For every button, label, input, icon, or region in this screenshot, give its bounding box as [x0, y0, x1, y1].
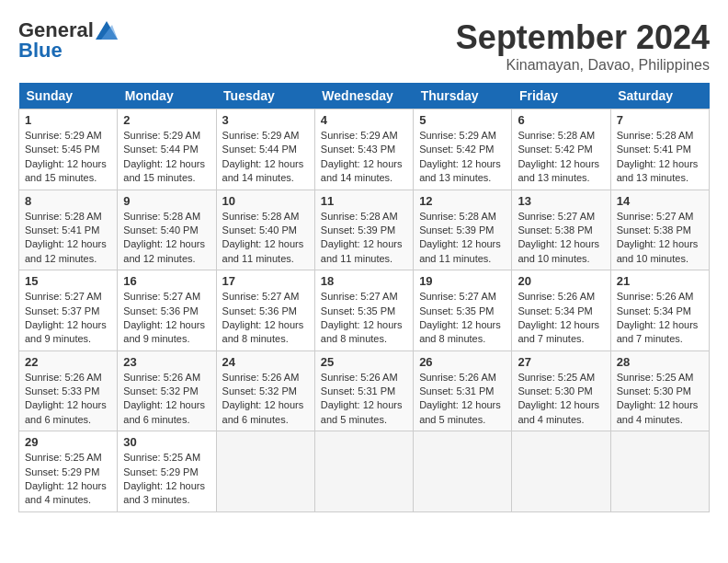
calendar-cell: 29Sunrise: 5:25 AMSunset: 5:29 PMDayligh… [19, 431, 118, 512]
column-header-saturday: Saturday [610, 83, 709, 109]
day-number: 11 [321, 194, 407, 208]
calendar-cell: 3Sunrise: 5:29 AMSunset: 5:44 PMDaylight… [216, 109, 314, 190]
day-number: 25 [321, 355, 407, 369]
logo: General Blue [18, 18, 118, 63]
day-number: 2 [123, 113, 210, 127]
day-number: 29 [25, 435, 111, 449]
day-content: Sunrise: 5:29 AMSunset: 5:43 PMDaylight:… [321, 129, 407, 186]
day-number: 8 [25, 194, 111, 208]
calendar-cell [216, 431, 314, 512]
day-number: 16 [123, 274, 210, 288]
calendar-cell: 25Sunrise: 5:26 AMSunset: 5:31 PMDayligh… [314, 350, 413, 431]
day-content: Sunrise: 5:28 AMSunset: 5:41 PMDaylight:… [617, 129, 703, 186]
calendar-cell: 1Sunrise: 5:29 AMSunset: 5:45 PMDaylight… [19, 109, 118, 190]
logo-blue-text: Blue [18, 39, 63, 63]
calendar-cell: 15Sunrise: 5:27 AMSunset: 5:37 PMDayligh… [19, 270, 118, 351]
day-content: Sunrise: 5:25 AMSunset: 5:29 PMDaylight:… [123, 451, 210, 508]
column-header-monday: Monday [118, 83, 216, 109]
column-header-friday: Friday [512, 83, 610, 109]
day-content: Sunrise: 5:28 AMSunset: 5:41 PMDaylight:… [25, 210, 111, 267]
calendar-cell: 19Sunrise: 5:27 AMSunset: 5:35 PMDayligh… [414, 270, 512, 351]
day-number: 4 [321, 113, 407, 127]
day-content: Sunrise: 5:29 AMSunset: 5:45 PMDaylight:… [25, 129, 111, 186]
day-number: 26 [419, 355, 506, 369]
calendar-cell: 22Sunrise: 5:26 AMSunset: 5:33 PMDayligh… [19, 350, 118, 431]
calendar-cell: 27Sunrise: 5:25 AMSunset: 5:30 PMDayligh… [512, 350, 610, 431]
calendar-header-row: SundayMondayTuesdayWednesdayThursdayFrid… [19, 83, 710, 109]
day-number: 15 [25, 274, 111, 288]
calendar-cell: 4Sunrise: 5:29 AMSunset: 5:43 PMDaylight… [314, 109, 413, 190]
day-content: Sunrise: 5:26 AMSunset: 5:34 PMDaylight:… [518, 290, 604, 347]
calendar-cell: 14Sunrise: 5:27 AMSunset: 5:38 PMDayligh… [610, 190, 709, 270]
day-number: 7 [617, 113, 703, 127]
column-header-tuesday: Tuesday [216, 83, 314, 109]
calendar-cell: 28Sunrise: 5:25 AMSunset: 5:30 PMDayligh… [610, 350, 709, 431]
column-header-wednesday: Wednesday [314, 83, 413, 109]
day-number: 23 [123, 355, 210, 369]
day-content: Sunrise: 5:26 AMSunset: 5:33 PMDaylight:… [25, 371, 111, 428]
day-number: 24 [222, 355, 309, 369]
day-number: 21 [617, 274, 703, 288]
calendar-cell: 9Sunrise: 5:28 AMSunset: 5:40 PMDaylight… [118, 190, 216, 270]
calendar-cell: 23Sunrise: 5:26 AMSunset: 5:32 PMDayligh… [118, 350, 216, 431]
day-content: Sunrise: 5:28 AMSunset: 5:40 PMDaylight:… [123, 210, 210, 267]
day-content: Sunrise: 5:27 AMSunset: 5:37 PMDaylight:… [25, 290, 111, 347]
calendar-cell: 5Sunrise: 5:29 AMSunset: 5:42 PMDaylight… [414, 109, 512, 190]
day-content: Sunrise: 5:27 AMSunset: 5:35 PMDaylight:… [419, 290, 506, 347]
calendar-cell: 12Sunrise: 5:28 AMSunset: 5:39 PMDayligh… [414, 190, 512, 270]
day-content: Sunrise: 5:29 AMSunset: 5:44 PMDaylight:… [222, 129, 309, 186]
calendar-cell: 6Sunrise: 5:28 AMSunset: 5:42 PMDaylight… [512, 109, 610, 190]
day-number: 1 [25, 113, 111, 127]
calendar-week-row: 8Sunrise: 5:28 AMSunset: 5:41 PMDaylight… [19, 190, 710, 270]
calendar-cell: 7Sunrise: 5:28 AMSunset: 5:41 PMDaylight… [610, 109, 709, 190]
day-number: 12 [419, 194, 506, 208]
day-content: Sunrise: 5:25 AMSunset: 5:30 PMDaylight:… [518, 371, 604, 428]
calendar-cell: 10Sunrise: 5:28 AMSunset: 5:40 PMDayligh… [216, 190, 314, 270]
day-number: 3 [222, 113, 309, 127]
calendar-cell: 13Sunrise: 5:27 AMSunset: 5:38 PMDayligh… [512, 190, 610, 270]
calendar-body: 1Sunrise: 5:29 AMSunset: 5:45 PMDaylight… [19, 109, 710, 512]
header: General Blue September 2024 Kinamayan, D… [18, 18, 710, 74]
calendar-week-row: 22Sunrise: 5:26 AMSunset: 5:33 PMDayligh… [19, 350, 710, 431]
day-content: Sunrise: 5:27 AMSunset: 5:36 PMDaylight:… [222, 290, 309, 347]
day-content: Sunrise: 5:26 AMSunset: 5:32 PMDaylight:… [123, 371, 210, 428]
day-content: Sunrise: 5:26 AMSunset: 5:31 PMDaylight:… [321, 371, 407, 428]
calendar-cell: 11Sunrise: 5:28 AMSunset: 5:39 PMDayligh… [314, 190, 413, 270]
location: Kinamayan, Davao, Philippines [456, 57, 710, 74]
day-content: Sunrise: 5:26 AMSunset: 5:34 PMDaylight:… [617, 290, 703, 347]
column-header-sunday: Sunday [19, 83, 118, 109]
day-content: Sunrise: 5:25 AMSunset: 5:30 PMDaylight:… [617, 371, 703, 428]
day-number: 20 [518, 274, 604, 288]
calendar-cell: 17Sunrise: 5:27 AMSunset: 5:36 PMDayligh… [216, 270, 314, 351]
calendar-cell: 16Sunrise: 5:27 AMSunset: 5:36 PMDayligh… [118, 270, 216, 351]
day-number: 10 [222, 194, 309, 208]
day-content: Sunrise: 5:27 AMSunset: 5:35 PMDaylight:… [321, 290, 407, 347]
day-number: 6 [518, 113, 604, 127]
calendar-week-row: 1Sunrise: 5:29 AMSunset: 5:45 PMDaylight… [19, 109, 710, 190]
calendar-cell [610, 431, 709, 512]
day-content: Sunrise: 5:25 AMSunset: 5:29 PMDaylight:… [25, 451, 111, 508]
day-content: Sunrise: 5:29 AMSunset: 5:42 PMDaylight:… [419, 129, 506, 186]
column-header-thursday: Thursday [414, 83, 512, 109]
day-number: 27 [518, 355, 604, 369]
day-content: Sunrise: 5:28 AMSunset: 5:39 PMDaylight:… [419, 210, 506, 267]
day-number: 30 [123, 435, 210, 449]
day-content: Sunrise: 5:27 AMSunset: 5:38 PMDaylight:… [518, 210, 604, 267]
title-area: September 2024 Kinamayan, Davao, Philipp… [456, 18, 710, 74]
calendar-cell: 21Sunrise: 5:26 AMSunset: 5:34 PMDayligh… [610, 270, 709, 351]
month-title: September 2024 [456, 18, 710, 57]
calendar-cell: 30Sunrise: 5:25 AMSunset: 5:29 PMDayligh… [118, 431, 216, 512]
calendar-cell: 24Sunrise: 5:26 AMSunset: 5:32 PMDayligh… [216, 350, 314, 431]
day-content: Sunrise: 5:27 AMSunset: 5:36 PMDaylight:… [123, 290, 210, 347]
day-number: 22 [25, 355, 111, 369]
calendar-cell [512, 431, 610, 512]
calendar-cell: 18Sunrise: 5:27 AMSunset: 5:35 PMDayligh… [314, 270, 413, 351]
day-content: Sunrise: 5:27 AMSunset: 5:38 PMDaylight:… [617, 210, 703, 267]
calendar-table: SundayMondayTuesdayWednesdayThursdayFrid… [18, 83, 710, 512]
day-number: 17 [222, 274, 309, 288]
calendar-cell: 8Sunrise: 5:28 AMSunset: 5:41 PMDaylight… [19, 190, 118, 270]
day-number: 19 [419, 274, 506, 288]
calendar-week-row: 15Sunrise: 5:27 AMSunset: 5:37 PMDayligh… [19, 270, 710, 351]
calendar-cell [314, 431, 413, 512]
day-number: 5 [419, 113, 506, 127]
